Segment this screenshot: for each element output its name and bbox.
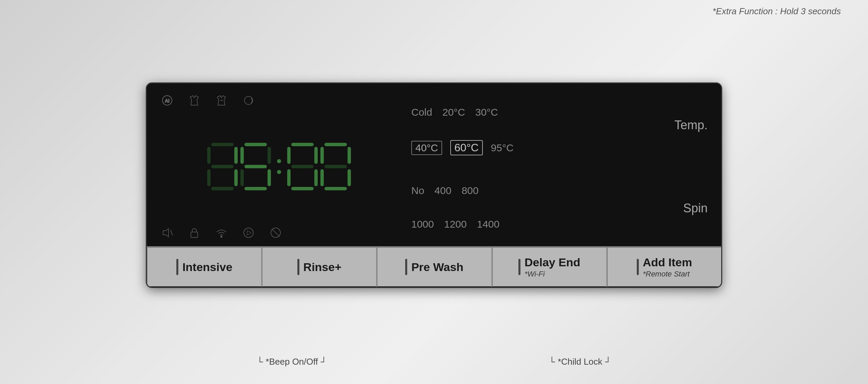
setting-labels: Temp. Spin: [667, 94, 708, 239]
spin-row-1: No 400 800: [411, 185, 657, 196]
digital-display: [160, 111, 398, 223]
digit-1: [207, 143, 238, 190]
child-lock-note: └ *Child Lock ┘: [549, 357, 611, 367]
pre-wash-indicator: [405, 259, 407, 275]
spin-row-2: 1000 1200 1400: [411, 218, 657, 230]
drum-clean-icon: [242, 94, 255, 107]
ai-icon: AI: [160, 94, 174, 107]
delay-end-indicator: [518, 259, 520, 275]
add-item-text: Add Item *Remote Start: [643, 256, 692, 279]
temp-label: Temp.: [674, 118, 708, 132]
temp-row-1: Cold 20°C 30°C: [411, 107, 657, 118]
display-area: AI: [147, 83, 721, 246]
svg-text:AI: AI: [165, 98, 170, 103]
buttons-section: Intensive Rinse+ Pre Wash Delay End: [147, 246, 721, 287]
spin-1000: 1000: [411, 218, 434, 230]
pre-wash-button[interactable]: Pre Wash: [377, 247, 492, 287]
temp-cold: Cold: [411, 107, 432, 118]
intensive-text: Intensive: [182, 261, 232, 274]
control-panel: AI: [146, 82, 722, 288]
svg-point-2: [244, 96, 253, 104]
svg-point-6: [221, 236, 222, 237]
wifi-icon: [215, 226, 228, 239]
right-section: Cold 20°C 30°C 40°C 60°C 95°C No 400: [398, 94, 708, 239]
beep-note: └ *Beep On/Off ┘: [257, 357, 327, 367]
left-section: AI: [160, 94, 398, 239]
rinse-plus-button[interactable]: Rinse+: [262, 247, 377, 287]
beep-note-text: *Beep On/Off: [266, 357, 318, 367]
delay-end-text: Delay End *Wi-Fi: [525, 256, 580, 279]
temp-60: 60°C: [450, 140, 483, 155]
svg-rect-5: [191, 232, 198, 237]
svg-line-10: [272, 229, 279, 236]
mute-icon: [160, 226, 174, 239]
extra-function-note: *Extra Function : Hold 3 seconds: [712, 6, 841, 17]
delay-end-button[interactable]: Delay End *Wi-Fi: [492, 247, 607, 287]
spin-800: 800: [461, 185, 478, 196]
svg-marker-3: [163, 229, 169, 237]
rinse-plus-indicator: [297, 259, 299, 275]
top-icons-row: AI: [160, 94, 398, 107]
play-pause-icon: [242, 226, 255, 239]
temp-30: 30°C: [475, 107, 498, 118]
digit-3: [287, 143, 318, 190]
temp-20: 20°C: [442, 107, 465, 118]
svg-line-4: [171, 230, 173, 235]
appliance-body: *Extra Function : Hold 3 seconds AI: [0, 0, 868, 384]
intensive-button[interactable]: Intensive: [147, 247, 262, 287]
temp-40: 40°C: [411, 141, 442, 155]
spin-1200: 1200: [444, 218, 467, 230]
cotton-icon: [188, 94, 201, 107]
footer-notes: └ *Beep On/Off ┘ └ *Child Lock ┘: [146, 357, 722, 367]
temp-95: 95°C: [491, 142, 514, 154]
no-spin-icon: [269, 226, 282, 239]
bottom-icons-row: [160, 226, 398, 239]
rinse-plus-text: Rinse+: [303, 261, 341, 274]
spin-label: Spin: [674, 201, 708, 215]
time-display: [207, 143, 351, 190]
child-lock-note-text: *Child Lock: [558, 357, 603, 367]
pre-wash-text: Pre Wash: [411, 261, 463, 274]
digit-2: [240, 143, 271, 190]
synthetics-icon: [215, 94, 228, 107]
spin-1400: 1400: [477, 218, 500, 230]
colon: [277, 159, 281, 174]
add-item-indicator: [637, 259, 639, 275]
temp-row-2: 40°C 60°C 95°C: [411, 140, 657, 155]
svg-point-7: [244, 228, 253, 237]
digit-4: [320, 143, 351, 190]
spin-400: 400: [434, 185, 451, 196]
intensive-indicator: [176, 259, 178, 275]
spin-no: No: [411, 185, 424, 196]
lock-icon: [188, 226, 201, 239]
add-item-button[interactable]: Add Item *Remote Start: [607, 247, 721, 287]
svg-marker-8: [247, 230, 251, 235]
